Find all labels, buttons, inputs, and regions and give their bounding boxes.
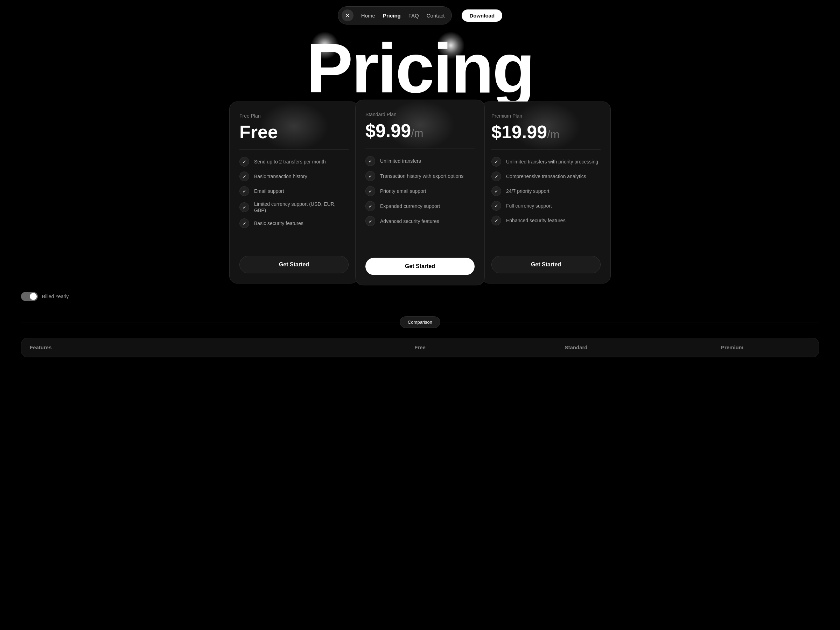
standard-per-m: /m (411, 127, 423, 140)
check-icon: ✓ (491, 201, 501, 211)
list-item: ✓ Unlimited transfers with priority proc… (491, 157, 601, 167)
premium-plan-card: Premium Plan $19.99/m ✓ Unlimited transf… (481, 101, 611, 284)
check-icon: ✓ (365, 186, 375, 196)
premium-cta-wrap: Get Started (491, 256, 601, 273)
feature-text: Unlimited transfers with priority proces… (506, 159, 598, 165)
feature-text: Transaction history with export options (380, 173, 463, 180)
free-cta-wrap: Get Started (239, 256, 349, 273)
comp-line-right (440, 322, 819, 322)
nav-pricing[interactable]: Pricing (383, 13, 401, 19)
feature-text: Advanced security features (380, 218, 439, 224)
feature-text: Unlimited transfers (380, 158, 421, 164)
list-item: ✓ Full currency support (491, 201, 601, 211)
standard-cta-wrap: Get Started (365, 258, 475, 275)
premium-price-value: $19.99 (491, 122, 547, 142)
premium-feature-list: ✓ Unlimited transfers with priority proc… (491, 157, 601, 246)
standard-plan-label: Standard Plan (365, 111, 475, 117)
comp-col-free: Free (342, 344, 498, 351)
premium-get-started-button[interactable]: Get Started (491, 256, 601, 273)
list-item: ✓ Limited currency support (USD, EUR, GB… (239, 201, 349, 213)
feature-text: Expanded currency support (380, 203, 440, 209)
premium-plan-label: Premium Plan (491, 113, 601, 118)
feature-text: 24/7 priority support (506, 188, 549, 194)
comparison-table-header: Features Free Standard Premium (21, 338, 819, 357)
close-button[interactable]: ✕ (342, 9, 354, 21)
comparison-section: Comparison Features Free Standard Premiu… (0, 316, 840, 357)
nav-contact[interactable]: Contact (427, 13, 445, 19)
comparison-divider-row: Comparison (21, 316, 819, 328)
list-item: ✓ Priority email support (365, 186, 475, 196)
download-button[interactable]: Download (462, 9, 502, 22)
list-item: ✓ Advanced security features (365, 216, 475, 226)
feature-text: Comprehensive transaction analytics (506, 173, 586, 180)
feature-text: Full currency support (506, 203, 552, 209)
list-item: ✓ Send up to 2 transfers per month (239, 157, 349, 167)
free-plan-price: Free (239, 123, 349, 141)
check-icon: ✓ (365, 156, 375, 166)
list-item: ✓ Email support (239, 186, 349, 196)
check-icon: ✓ (239, 218, 249, 228)
check-icon: ✓ (365, 201, 375, 211)
feature-text: Limited currency support (USD, EUR, GBP) (254, 201, 349, 213)
check-icon: ✓ (239, 172, 249, 181)
premium-plan-price: $19.99/m (491, 123, 601, 141)
check-icon: ✓ (491, 216, 501, 226)
check-icon: ✓ (491, 157, 501, 167)
comp-col-features: Features (30, 344, 342, 351)
comp-col-premium: Premium (654, 344, 810, 351)
feature-text: Enhanced security features (506, 217, 565, 224)
check-icon: ✓ (365, 171, 375, 181)
comp-line-left (21, 322, 400, 322)
check-icon: ✓ (239, 186, 249, 196)
comparison-button[interactable]: Comparison (400, 316, 440, 328)
list-item: ✓ Unlimited transfers (365, 156, 475, 166)
standard-plan-price: $9.99/m (365, 122, 475, 140)
navigation: ✕ Home Pricing FAQ Contact Download (0, 0, 840, 28)
standard-plan-card: Standard Plan $9.99/m ✓ Unlimited transf… (355, 100, 485, 285)
comparison-table: Features Free Standard Premium (21, 338, 819, 357)
billing-label: Billed Yearly (42, 294, 69, 299)
check-icon: ✓ (491, 172, 501, 181)
premium-per-m: /m (547, 128, 560, 141)
list-item: ✓ Enhanced security features (491, 216, 601, 226)
standard-feature-list: ✓ Unlimited transfers ✓ Transaction hist… (365, 156, 475, 248)
standard-divider (365, 149, 475, 149)
page-title: Pricing (306, 33, 534, 103)
list-item: ✓ 24/7 priority support (491, 186, 601, 196)
standard-get-started-button[interactable]: Get Started (365, 258, 475, 275)
pricing-cards: Free Plan Free ✓ Send up to 2 transfers … (0, 101, 840, 284)
comp-col-standard: Standard (498, 344, 654, 351)
free-plan-card: Free Plan Free ✓ Send up to 2 transfers … (229, 101, 359, 284)
toggle-knob (30, 293, 37, 300)
list-item: ✓ Expanded currency support (365, 201, 475, 211)
feature-text: Email support (254, 188, 284, 194)
nav-pill: ✕ Home Pricing FAQ Contact (338, 6, 452, 25)
nav-faq[interactable]: FAQ (409, 13, 419, 19)
feature-text: Priority email support (380, 188, 426, 194)
feature-text: Send up to 2 transfers per month (254, 159, 326, 165)
list-item: ✓ Basic transaction history (239, 172, 349, 181)
standard-price-value: $9.99 (365, 120, 411, 141)
list-item: ✓ Basic security features (239, 218, 349, 228)
list-item: ✓ Transaction history with export option… (365, 171, 475, 181)
check-icon: ✓ (239, 202, 249, 212)
free-feature-list: ✓ Send up to 2 transfers per month ✓ Bas… (239, 157, 349, 246)
feature-text: Basic security features (254, 220, 303, 226)
free-price-value: Free (239, 122, 278, 142)
check-icon: ✓ (365, 216, 375, 226)
feature-text: Basic transaction history (254, 173, 307, 180)
list-item: ✓ Comprehensive transaction analytics (491, 172, 601, 181)
hero-section: Pricing (0, 28, 840, 109)
billing-section: Billed Yearly (0, 284, 840, 309)
nav-home[interactable]: Home (361, 13, 375, 19)
check-icon: ✓ (239, 157, 249, 167)
billing-yearly-toggle[interactable] (21, 292, 38, 301)
free-get-started-button[interactable]: Get Started (239, 256, 349, 273)
free-plan-label: Free Plan (239, 113, 349, 118)
check-icon: ✓ (491, 186, 501, 196)
